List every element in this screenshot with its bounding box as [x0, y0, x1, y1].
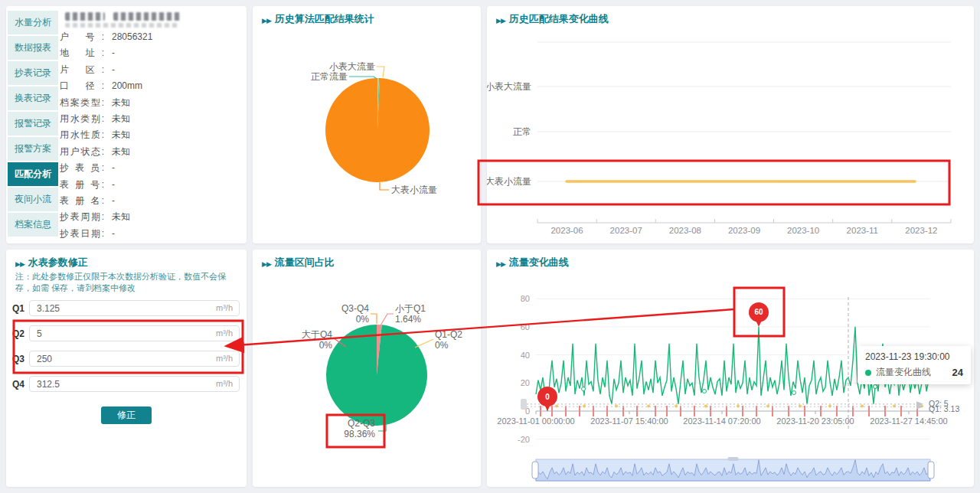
param-label: Q4: [12, 379, 29, 390]
sidebar-item-8[interactable]: 夜间小流: [8, 188, 58, 211]
panel-title-flow-curve: 流量变化曲线: [496, 256, 569, 269]
q1-input[interactable]: [30, 301, 239, 315]
profile-value: -: [112, 160, 115, 176]
profile-value: 未知: [112, 95, 130, 111]
param-row-q1: Q1m³/h: [12, 300, 240, 316]
svg-text:正常: 正常: [513, 126, 531, 137]
param-input-wrap: m³/h: [29, 376, 240, 392]
profile-label: 档案类型:: [60, 95, 104, 111]
profile-value: 未知: [112, 209, 130, 225]
sidebar-item-2[interactable]: 数据报表: [8, 36, 58, 60]
svg-text:20: 20: [521, 378, 530, 387]
fix-button[interactable]: 修正: [101, 406, 152, 424]
profile-value: -: [112, 45, 115, 61]
sidebar-item-3[interactable]: 抄表记录: [8, 61, 58, 85]
svg-text:2023-10: 2023-10: [787, 226, 819, 235]
sidebar-item-5[interactable]: 报警记录: [8, 112, 58, 135]
match-trend-card: 历史匹配结果变化曲线 小表大流量正常大表小流量2023-062023-07202…: [487, 6, 974, 243]
pie-label-normal: 正常流量: [311, 71, 348, 82]
profile-value: 28056321: [112, 29, 152, 45]
sidebar-item-6[interactable]: 报警方案: [8, 137, 58, 161]
panel-title-match-trend: 历史匹配结果变化曲线: [496, 12, 609, 26]
profile-value: 未知: [112, 111, 130, 127]
profile-row: 用户状态:未知: [60, 144, 130, 160]
profile-label: 片 区:: [60, 62, 104, 78]
pie-label-ltq1: 小于Q11.64%: [395, 303, 426, 325]
profile-value: 未知: [112, 127, 130, 143]
svg-text:0: 0: [545, 393, 550, 401]
sidebar-item-4[interactable]: 换表记录: [8, 87, 58, 110]
param-fix-card: 水表参数修正 注：此处参数修正仅限于本次数据分析验证，数值不会保存，如需 保存，…: [6, 250, 247, 487]
profile-row: 口 径:200mm: [60, 78, 142, 94]
param-unit: m³/h: [216, 301, 233, 315]
profile-row: 表 册 名:-: [60, 193, 115, 209]
series-dot-icon: [865, 370, 871, 376]
flow-ratio-pie-chart[interactable]: [253, 250, 481, 487]
pie-label-big-meter: 大表小流量: [391, 184, 437, 195]
redacted-subtext: [65, 23, 178, 28]
svg-text:-20: -20: [518, 435, 530, 444]
param-unit: m³/h: [216, 326, 233, 341]
svg-text:2023-11-07 15:40:00: 2023-11-07 15:40:00: [590, 416, 668, 426]
param-row-q3: Q3m³/h: [12, 351, 240, 367]
sidebar-item-1[interactable]: 水量分析: [8, 11, 58, 34]
profile-value: 200mm: [112, 78, 142, 94]
svg-text:2023-08: 2023-08: [669, 226, 701, 235]
profile-value: -: [112, 177, 115, 193]
profile-label: 表 册 名:: [60, 193, 104, 209]
svg-text:60: 60: [521, 322, 530, 331]
panel-title-flow-ratio: 流量区间占比: [262, 256, 335, 269]
profile-row: 档案类型:未知: [60, 95, 130, 111]
pie-label-q3q4: Q3-Q40%: [341, 303, 369, 325]
svg-text:2023-11-27 14:45:00: 2023-11-27 14:45:00: [870, 416, 947, 426]
profile-row: 用水类别:未知: [60, 111, 130, 127]
double-arrow-icon: [262, 257, 271, 269]
profile-value: 未知: [112, 144, 130, 160]
profile-value: -: [112, 193, 115, 209]
profile-row: 表 册 号:-: [60, 177, 115, 193]
pie-label-gtq4: 大于Q40%: [302, 329, 332, 351]
svg-text:80: 80: [521, 294, 530, 303]
svg-text:2023-11-14 07:20:00: 2023-11-14 07:20:00: [683, 416, 760, 426]
sidebar-item-9[interactable]: 档案信息: [8, 213, 58, 237]
svg-text:大表小流量: 大表小流量: [487, 176, 531, 187]
double-arrow-icon: [15, 257, 24, 269]
tooltip-value: 24: [952, 367, 963, 378]
param-label: Q3: [12, 354, 29, 364]
match-trend-chart[interactable]: 小表大流量正常大表小流量2023-062023-072023-082023-09…: [487, 6, 974, 243]
q4-input[interactable]: [30, 377, 239, 391]
double-arrow-icon: [496, 257, 505, 269]
panel-title-param-fix: 水表参数修正: [15, 256, 88, 269]
profile-row: 户 号:28056321: [60, 29, 152, 45]
profile-row: 抄表日期:-: [60, 226, 115, 242]
match-stats-pie-chart[interactable]: [253, 6, 481, 243]
flow-ratio-card: 流量区间占比 Q3-Q40% 小于Q11.64% 大于Q40% Q1-Q20% …: [253, 250, 481, 487]
pie-label-q2q3: Q2-Q398.36%: [344, 418, 375, 439]
profile-label: 用户状态:: [60, 144, 104, 160]
profile-label: 抄表日期:: [60, 226, 104, 242]
q2-input[interactable]: [30, 326, 239, 341]
profile-label: 用水性质:: [60, 127, 104, 143]
profile-label: 抄表周期:: [60, 209, 104, 225]
profile-row: 地 址:-: [60, 45, 115, 61]
tooltip-series-name: 流量变化曲线: [876, 366, 931, 379]
profile-label: 抄 表 员:: [60, 160, 104, 176]
param-row-q2: Q2m³/h: [12, 325, 240, 341]
sidebar-item-7[interactable]: 匹配分析: [8, 162, 58, 186]
svg-text:2023-11-20 23:05:00: 2023-11-20 23:05:00: [776, 416, 854, 426]
pie-label-small-meter: 小表大流量: [329, 61, 375, 72]
profile-row: 抄 表 员:-: [60, 160, 115, 176]
redacted-user-name: [65, 12, 105, 21]
threshold-label-q1: Q1: 3.13: [929, 404, 959, 413]
panel-title-text: 历史算法匹配结果统计: [275, 12, 374, 26]
profile-label: 表 册 号:: [60, 177, 104, 193]
svg-text:2023-11-01 00:00:00: 2023-11-01 00:00:00: [497, 416, 574, 426]
panel-title-text: 流量区间占比: [275, 256, 335, 269]
tooltip-time: 2023-11-23 19:30:00: [865, 351, 963, 362]
svg-text:2023-06: 2023-06: [550, 226, 583, 235]
q3-input[interactable]: [30, 351, 239, 366]
profile-card: 水量分析数据报表抄表记录换表记录报警记录报警方案匹配分析夜间小流档案信息 户 号…: [6, 6, 247, 243]
pie-label-q1q2: Q1-Q20%: [435, 329, 462, 351]
profile-label: 用水类别:: [60, 111, 104, 127]
param-label: Q2: [12, 328, 29, 339]
